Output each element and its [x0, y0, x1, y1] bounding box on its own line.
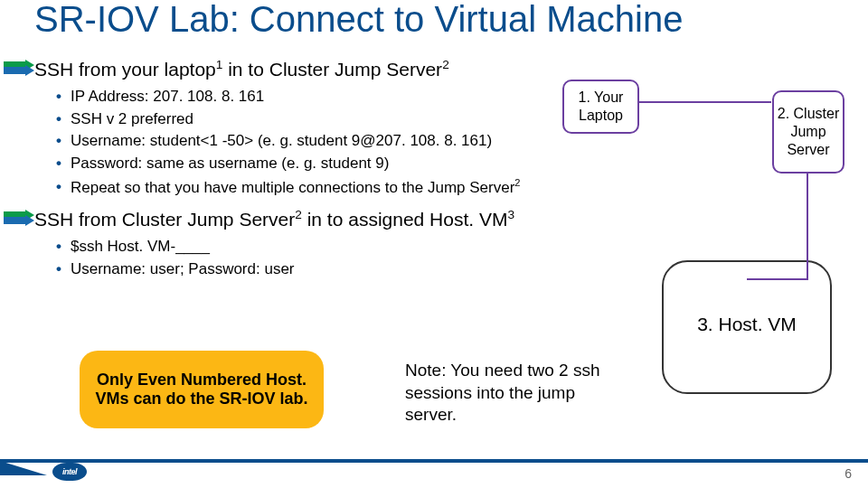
callout-even-numbered: Only Even Numbered Host. VMs can do the …	[80, 351, 324, 428]
connector-line	[747, 278, 808, 280]
diagram-box-hostvm: 3. Host. VM	[662, 260, 832, 394]
arrow-icon	[4, 60, 34, 76]
list-item: Repeat so that you have multiple connect…	[56, 175, 868, 199]
list-item: IP Address: 207. 108. 8. 161	[56, 86, 868, 108]
connector-line	[639, 101, 771, 103]
diagram-box-laptop: 1. Your Laptop	[562, 80, 639, 134]
list-item: Password: same as username (e. g. studen…	[56, 153, 868, 175]
connector-line	[807, 174, 808, 280]
footer-triangle-icon	[0, 461, 47, 475]
arrow-icon	[4, 210, 34, 226]
note-text: Note: You need two 2 ssh sessions into t…	[405, 360, 613, 427]
step1-heading-text: SSH from your laptop1 in to Cluster Jump…	[34, 58, 449, 80]
list-item: $ssh Host. VM-____	[56, 236, 868, 258]
step1-heading: SSH from your laptop1 in to Cluster Jump…	[34, 58, 868, 80]
list-item: SSH v 2 preferred	[56, 108, 868, 131]
page-number: 6	[844, 466, 852, 481]
diagram-box-cluster: 2. Cluster Jump Server	[772, 90, 844, 174]
step2-heading: SSH from Cluster Jump Server2 in to assi…	[34, 208, 868, 230]
list-item: Username: student<1 -50> (e. g. student …	[56, 130, 868, 153]
content-area: SSH from your laptop1 in to Cluster Jump…	[0, 58, 868, 280]
footer-bar	[0, 459, 868, 463]
intel-logo-icon: intel	[52, 463, 87, 481]
step2-heading-text: SSH from Cluster Jump Server2 in to assi…	[34, 208, 514, 230]
slide-title: SR-IOV Lab: Connect to Virtual Machine	[0, 0, 868, 54]
